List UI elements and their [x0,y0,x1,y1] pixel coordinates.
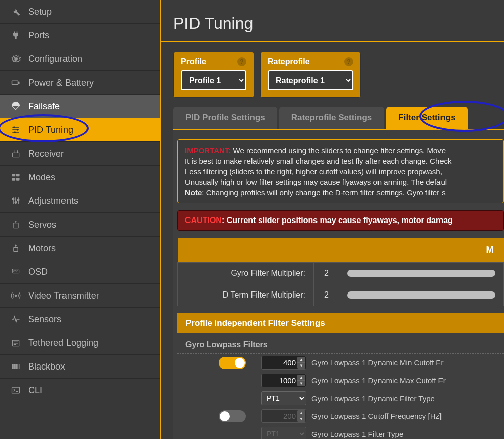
sidebar-item-configuration[interactable]: Configuration [0,47,160,71]
svg-rect-2 [18,82,19,84]
gyro-multiplier-label: Gyro Filter Multiplier: [178,263,314,284]
svg-point-11 [12,198,14,200]
help-icon[interactable]: ? [237,57,246,66]
tab-pid-profile-settings[interactable]: PID Profile Settings [173,107,277,129]
gyro-lowpass1-dyn-type-select[interactable]: PT1 [261,391,306,405]
rateprofile-box: Rateprofile ? Rateprofile 1 [260,52,361,98]
dterm-multiplier-label: D Term Filter Multiplier: [178,284,314,306]
sidebar-item-label: Receiver [28,149,64,159]
gyro-multiplier-slider[interactable] [347,270,495,277]
notice-text: It is best to make relatively small chan… [185,157,452,165]
rateprofile-select[interactable]: Rateprofile 1 [268,70,353,90]
sidebar-item-label: Modes [28,172,55,183]
sidebar-item-label: Power & Battery [28,78,94,88]
osd-icon: OSD [10,266,21,277]
svg-rect-6 [12,153,19,157]
multiplier-header: M [178,238,504,263]
gyro-lowpass1-static-toggle[interactable] [219,410,246,422]
notice-text: Less filtering (sliders to the right, hi… [185,167,443,176]
motor-icon [10,243,21,254]
sidebar-item-label: Configuration [28,54,82,64]
gear-icon [10,53,21,64]
sidebar-item-label: Adjustments [28,196,78,206]
gyro-multiplier-value: 2 [314,263,339,284]
sidebar-item-video-transmitter[interactable]: Video Transmitter [0,284,160,308]
filter-row: PT1 Gyro Lowpass 1 Dynamic Filter Type [177,389,504,407]
tab-content: IMPORTANT: We recommend using the slider… [173,129,504,439]
svg-point-12 [15,202,16,203]
svg-rect-7 [12,174,16,176]
battery-icon [10,77,21,88]
main-content: PID Tuning Profile ? Profile 1 Rateprofi… [161,0,504,439]
filter-desc: Gyro Lowpass 1 Filter Type [311,430,496,438]
gyro-lowpass1-dynamic-toggle[interactable] [219,357,246,369]
sidebar-item-label: OSD [28,267,48,277]
sidebar-item-label: Tethered Logging [28,338,98,348]
sidebar: Setup Ports Configuration Power & Batter… [0,0,161,439]
pulse-icon [10,314,21,325]
switches-icon [10,172,21,183]
notice-text: : Changing profiles will only change the… [202,188,446,197]
sidebar-item-label: Motors [28,243,56,254]
svg-point-3 [13,126,15,128]
sidebar-item-sensors[interactable]: Sensors [0,308,160,331]
dterm-multiplier-slider[interactable] [347,291,495,299]
filter-desc: Gyro Lowpass 1 Dynamic Filter Type [311,394,496,403]
profile-select[interactable]: Profile 1 [181,70,246,90]
sidebar-item-label: Blackbox [28,361,65,372]
notice-text: Unusually high or low filter settings ma… [185,178,447,186]
svg-point-4 [17,129,18,130]
radio-icon [10,148,21,159]
plug-icon [10,30,21,41]
antenna-icon [10,290,21,301]
sidebar-item-tethered-logging[interactable]: Tethered Logging [0,331,160,355]
sidebar-item-setup[interactable]: Setup [0,0,160,24]
sidebar-item-label: Sensors [28,314,61,325]
svg-text:OSD: OSD [13,270,19,273]
tab-filter-settings[interactable]: Filter Settings [386,107,467,129]
sidebar-item-modes[interactable]: Modes [0,166,160,189]
sidebar-item-servos[interactable]: Servos [0,213,160,237]
help-icon[interactable]: ? [344,57,353,66]
svg-rect-15 [14,247,18,251]
svg-point-5 [14,131,16,133]
sidebar-item-blackbox[interactable]: Blackbox [0,355,160,379]
dterm-multiplier-value: 2 [314,284,339,306]
notice-text: We recommend using the sliders to change… [233,146,446,155]
filter-row: PT1 Gyro Lowpass 1 Filter Type [177,425,504,439]
important-label: IMPORTANT: [185,146,231,155]
sidebar-item-pid-tuning[interactable]: PID Tuning [0,118,160,142]
svg-rect-24 [17,364,18,369]
sidebar-item-receiver[interactable]: Receiver [0,142,160,166]
gyro-lowpass-subheader: Gyro Lowpass Filters [177,333,504,354]
wrench-icon [10,6,21,17]
sidebar-item-label: PID Tuning [28,125,73,135]
svg-rect-22 [14,364,15,369]
sidebar-item-cli[interactable]: CLI [0,379,160,402]
sidebar-item-failsafe[interactable]: Failsafe [0,95,160,118]
sidebar-item-motors[interactable]: Motors [0,237,160,260]
filter-desc: Gyro Lowpass 1 Dynamic Min Cutoff Fr [311,358,496,367]
spinner-icon[interactable]: ▲▼ [297,375,305,386]
profile-label: Profile [181,57,206,66]
caution-text: : Current slider positions may cause fly… [222,216,453,225]
svg-rect-14 [13,223,18,228]
tab-rateprofile-settings[interactable]: Rateprofile Settings [279,107,385,129]
sidebar-item-osd[interactable]: OSD OSD [0,260,160,284]
sidebar-item-power-battery[interactable]: Power & Battery [0,71,160,95]
sidebar-item-adjustments[interactable]: Adjustments [0,189,160,213]
filter-section-header: Profile independent Filter Settings [177,313,504,333]
svg-point-16 [15,245,16,246]
parachute-icon [10,101,21,112]
sidebar-item-label: CLI [28,385,42,396]
gyro-lowpass1-type-select: PT1 [261,427,306,439]
svg-rect-23 [15,364,17,369]
spinner-icon[interactable]: ▲▼ [297,357,305,369]
sidebar-item-ports[interactable]: Ports [0,24,160,47]
svg-rect-8 [16,174,20,176]
terminal-icon [10,385,21,396]
svg-rect-25 [19,364,20,369]
svg-rect-10 [16,178,20,181]
svg-rect-1 [12,81,18,85]
caution-label: CAUTION [185,216,222,225]
